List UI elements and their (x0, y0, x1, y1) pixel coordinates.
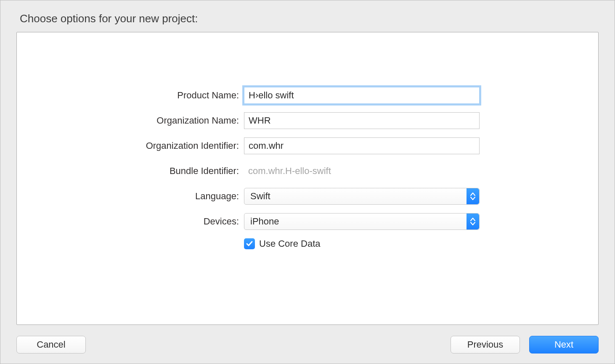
updown-arrows-icon (467, 188, 479, 204)
devices-popup-value: iPhone (250, 216, 279, 227)
organization-identifier-label: Organization Identifier: (17, 140, 244, 151)
bundle-identifier-label: Bundle Identifier: (17, 166, 244, 177)
devices-label: Devices: (17, 216, 244, 227)
devices-row: Devices: iPhone (17, 213, 598, 230)
bundle-identifier-value: com.whr.H-ello-swift (244, 163, 480, 179)
use-core-data-label: Use Core Data (259, 238, 321, 249)
previous-button[interactable]: Previous (451, 336, 520, 353)
organization-name-row: Organization Name: (17, 112, 598, 129)
cancel-button[interactable]: Cancel (16, 336, 86, 353)
language-label: Language: (17, 191, 244, 202)
organization-identifier-input[interactable] (244, 137, 480, 154)
footer: Cancel Previous Next (16, 336, 599, 353)
next-button[interactable]: Next (529, 336, 599, 353)
organization-identifier-row: Organization Identifier: (17, 137, 598, 154)
options-form: Product Name: Organization Name: Organiz… (17, 87, 598, 249)
devices-popup[interactable]: iPhone (244, 213, 480, 230)
use-core-data-row: Use Core Data (17, 238, 598, 249)
language-popup[interactable]: Swift (244, 188, 480, 205)
new-project-options-sheet: Choose options for your new project: Pro… (0, 0, 615, 364)
product-name-label: Product Name: (17, 90, 244, 101)
updown-arrows-icon (467, 214, 479, 229)
product-name-input[interactable] (244, 87, 480, 104)
organization-name-label: Organization Name: (17, 115, 244, 126)
language-popup-value: Swift (250, 191, 270, 202)
bundle-identifier-row: Bundle Identifier: com.whr.H-ello-swift (17, 163, 598, 179)
product-name-row: Product Name: (17, 87, 598, 104)
sheet-title: Choose options for your new project: (20, 12, 599, 25)
organization-name-input[interactable] (244, 112, 480, 129)
use-core-data-checkbox[interactable] (244, 238, 255, 249)
language-row: Language: Swift (17, 188, 598, 205)
main-panel: Product Name: Organization Name: Organiz… (16, 32, 599, 325)
check-icon (246, 240, 253, 248)
